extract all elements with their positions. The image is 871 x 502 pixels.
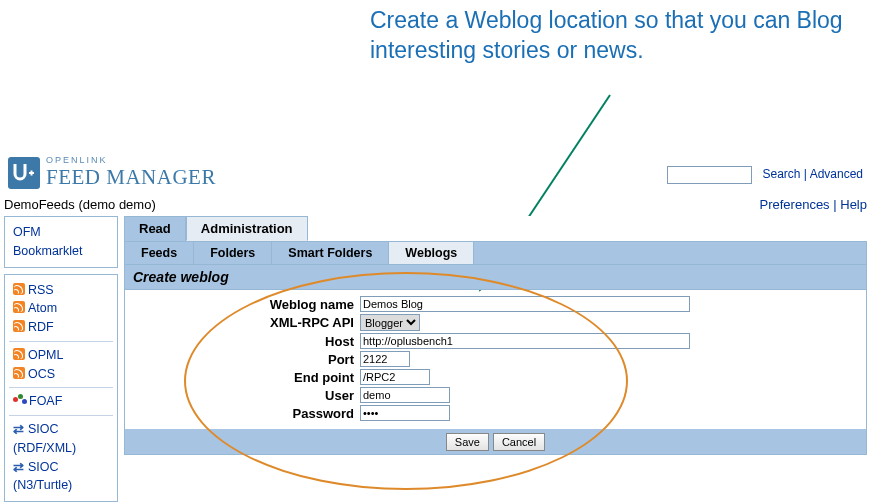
sioc-icon: ⇄ xyxy=(13,458,25,470)
help-link[interactable]: Help xyxy=(840,197,867,212)
user-field[interactable] xyxy=(360,387,450,403)
logo-line1: OPENLINK xyxy=(46,155,216,165)
sidebar-item-rdf[interactable]: RDF xyxy=(28,320,54,334)
api-select[interactable]: Blogger xyxy=(360,314,420,331)
search-link[interactable]: Search xyxy=(762,167,800,181)
weblog-name-field[interactable] xyxy=(360,296,690,312)
rss-icon xyxy=(13,283,25,295)
host-label: Host xyxy=(125,334,360,349)
search-input[interactable] xyxy=(667,166,752,184)
panel-title: Create weblog xyxy=(124,265,867,290)
user-label: User xyxy=(125,388,360,403)
sidebar-item-atom[interactable]: Atom xyxy=(28,301,57,315)
rss-icon xyxy=(13,301,25,313)
sidebar-item-foaf[interactable]: FOAF xyxy=(29,394,62,408)
cancel-button[interactable]: Cancel xyxy=(493,433,545,451)
context-label: DemoFeeds (demo demo) xyxy=(4,197,156,212)
bookmarklet-link[interactable]: OFM Bookmarklet xyxy=(13,225,82,258)
password-label: Password xyxy=(125,406,360,421)
subtab-folders[interactable]: Folders xyxy=(194,242,272,264)
rss-icon xyxy=(13,367,25,379)
create-weblog-form: Weblog name XML-RPC API Blogger Host Por… xyxy=(124,290,867,429)
form-button-bar: Save Cancel xyxy=(124,429,867,455)
sidebar: OFM Bookmarklet RSS Atom RDF OPML OCS FO… xyxy=(4,216,118,502)
rss-icon xyxy=(13,320,25,332)
api-label: XML-RPC API xyxy=(125,315,360,330)
primary-tabs: Read Administration xyxy=(124,216,867,241)
secondary-tabs: Feeds Folders Smart Folders Weblogs xyxy=(124,241,867,265)
main-panel: Read Administration Feeds Folders Smart … xyxy=(124,216,867,455)
sidebar-item-ocs[interactable]: OCS xyxy=(28,367,55,381)
sioc-icon: ⇄ xyxy=(13,420,25,432)
subtab-weblogs[interactable]: Weblogs xyxy=(389,242,474,264)
port-label: Port xyxy=(125,352,360,367)
endpoint-label: End point xyxy=(125,370,360,385)
save-button[interactable]: Save xyxy=(446,433,489,451)
foaf-icon xyxy=(13,394,27,406)
callout-text: Create a Weblog location so that you can… xyxy=(370,6,850,66)
sidebar-item-opml[interactable]: OPML xyxy=(28,348,63,362)
subtab-feeds[interactable]: Feeds xyxy=(125,242,194,264)
app-logo: OPENLINK FEED MANAGER xyxy=(8,155,216,190)
endpoint-field[interactable] xyxy=(360,369,430,385)
logo-line2: FEED MANAGER xyxy=(46,165,216,190)
sidebar-item-rss[interactable]: RSS xyxy=(28,283,54,297)
tab-read[interactable]: Read xyxy=(124,216,186,241)
rss-icon xyxy=(13,348,25,360)
subtab-smart-folders[interactable]: Smart Folders xyxy=(272,242,389,264)
password-field[interactable] xyxy=(360,405,450,421)
advanced-link[interactable]: Advanced xyxy=(810,167,863,181)
preferences-link[interactable]: Preferences xyxy=(760,197,830,212)
host-field[interactable] xyxy=(360,333,690,349)
tab-administration[interactable]: Administration xyxy=(186,216,308,241)
weblog-name-label: Weblog name xyxy=(125,297,360,312)
port-field[interactable] xyxy=(360,351,410,367)
logo-icon xyxy=(8,157,40,189)
